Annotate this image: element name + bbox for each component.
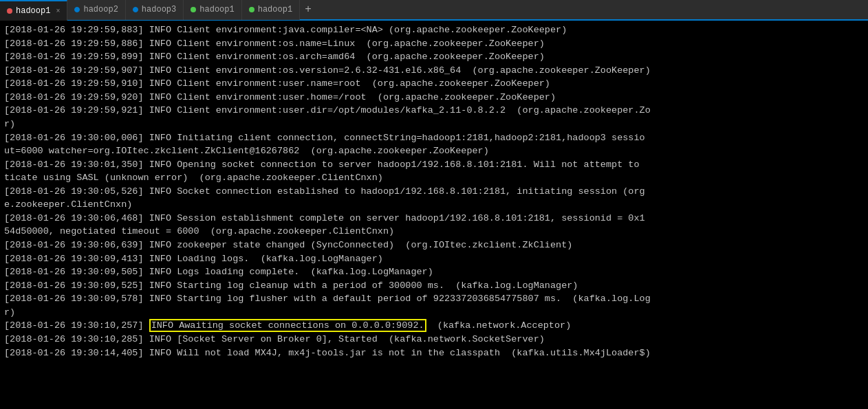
tab-add-button[interactable]: + xyxy=(300,1,316,18)
tab-bar: hadoop1×hadoop2hadoop3hadoop1hadoop1+ xyxy=(0,0,868,21)
tab-label-hadoop2: hadoop2 xyxy=(83,5,118,14)
log-line: [2018-01-26 19:30:09,578] INFO Starting … xyxy=(4,292,864,306)
log-line: [2018-01-26 19:29:59,921] INFO Client en… xyxy=(4,104,864,118)
log-line: e.zookeeper.ClientCnxn) xyxy=(4,198,864,212)
log-line: [2018-01-26 19:29:59,910] INFO Client en… xyxy=(4,77,864,91)
log-line: ut=6000 watcher=org.IOItec.zkclient.ZkCl… xyxy=(4,144,864,158)
log-line: ticate using SASL (unknown error) (org.a… xyxy=(4,171,864,185)
tab-hadoop2[interactable]: hadoop2 xyxy=(67,0,125,20)
log-line: [2018-01-26 19:30:06,639] INFO zookeeper… xyxy=(4,239,864,252)
log-line: [2018-01-26 19:30:14,405] INFO Will not … xyxy=(4,346,864,360)
tab-label-hadoop1-b: hadoop1 xyxy=(199,5,234,14)
tab-label-hadoop3: hadoop3 xyxy=(142,5,176,14)
log-line: [2018-01-26 19:30:10,257] INFO Awaiting … xyxy=(4,319,864,333)
log-line: [2018-01-26 19:30:09,413] INFO Loading l… xyxy=(4,252,864,266)
log-line: [2018-01-26 19:30:01,350] INFO Opening s… xyxy=(4,158,864,172)
tab-indicator-hadoop2 xyxy=(74,7,80,12)
log-line: [2018-01-26 19:30:10,285] INFO [Socket S… xyxy=(4,333,864,346)
log-line: [2018-01-26 19:30:05,526] INFO Socket co… xyxy=(4,185,864,199)
log-line: [2018-01-26 19:30:09,505] INFO Logs load… xyxy=(4,265,864,279)
log-line: [2018-01-26 19:29:59,899] INFO Client en… xyxy=(4,50,864,64)
tab-hadoop1-c[interactable]: hadoop1 xyxy=(242,0,300,20)
tab-hadoop3[interactable]: hadoop3 xyxy=(126,0,184,20)
tab-indicator-hadoop1-c xyxy=(249,7,254,12)
log-line: [2018-01-26 19:29:59,920] INFO Client en… xyxy=(4,91,864,104)
log-line: [2018-01-26 19:30:00,006] INFO Initiatin… xyxy=(4,131,864,145)
tab-close-hadoop1-active[interactable]: × xyxy=(56,8,60,15)
log-line: [2018-01-26 19:30:06,468] INFO Session e… xyxy=(4,212,864,225)
log-line: r) xyxy=(4,118,864,131)
tab-label-hadoop1-c: hadoop1 xyxy=(258,5,292,14)
log-line: r) xyxy=(4,306,864,320)
tab-indicator-hadoop1-active xyxy=(7,8,12,14)
tab-indicator-hadoop1-b xyxy=(191,7,196,12)
log-line: [2018-01-26 19:29:59,886] INFO Client en… xyxy=(4,37,864,51)
log-line: [2018-01-26 19:29:59,883] INFO Client en… xyxy=(4,23,864,37)
tab-hadoop1-b[interactable]: hadoop1 xyxy=(184,0,241,20)
log-line: [2018-01-26 19:30:09,525] INFO Starting … xyxy=(4,279,864,293)
log-line: 54d50000, negotiated timeout = 6000 (org… xyxy=(4,225,864,239)
tab-label-hadoop1-active: hadoop1 xyxy=(16,6,50,16)
tab-indicator-hadoop3 xyxy=(133,7,138,12)
highlighted-text: INFO Awaiting socket connections on 0.0.… xyxy=(149,319,426,332)
log-line: [2018-01-26 19:29:59,907] INFO Client en… xyxy=(4,64,864,78)
tab-hadoop1-active[interactable]: hadoop1× xyxy=(0,0,67,21)
terminal-output: [2018-01-26 19:29:59,883] INFO Client en… xyxy=(0,21,868,409)
